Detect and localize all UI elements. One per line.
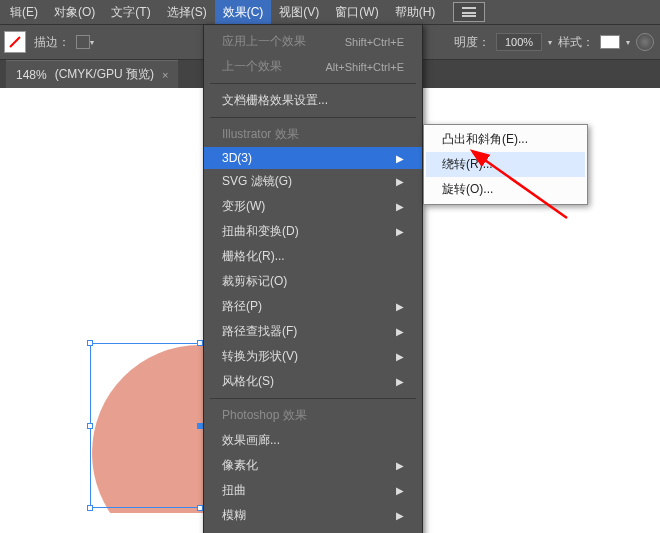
menu-edit[interactable]: 辑(E): [2, 0, 46, 25]
submenu-arrow-icon: ▶: [396, 226, 404, 237]
resize-handle[interactable]: [87, 505, 93, 511]
submenu-3d: 凸出和斜角(E)... 绕转(R)... 旋转(O)...: [423, 124, 588, 205]
submenu-rotate[interactable]: 旋转(O)...: [426, 177, 585, 202]
chevron-down-icon[interactable]: ▾: [548, 38, 552, 47]
stroke-label: 描边：: [34, 34, 70, 51]
submenu-arrow-icon: ▶: [396, 510, 404, 521]
chevron-down-icon[interactable]: ▾: [90, 38, 94, 47]
menu-last-effect: 上一个效果Alt+Shift+Ctrl+E: [204, 54, 422, 79]
menu-apply-last-effect: 应用上一个效果Shift+Ctrl+E: [204, 29, 422, 54]
zoom-level: 148%: [16, 68, 47, 82]
menu-doc-raster-settings[interactable]: 文档栅格效果设置...: [204, 88, 422, 113]
submenu-revolve[interactable]: 绕转(R)...: [426, 152, 585, 177]
effect-menu-dropdown: 应用上一个效果Shift+Ctrl+E 上一个效果Alt+Shift+Ctrl+…: [203, 24, 423, 533]
menu-effect-gallery[interactable]: 效果画廊...: [204, 428, 422, 453]
menu-pathfinder[interactable]: 路径查找器(F)▶: [204, 319, 422, 344]
opacity-input[interactable]: 100%: [496, 33, 542, 51]
menu-help[interactable]: 帮助(H): [387, 0, 444, 25]
menu-rasterize[interactable]: 栅格化(R)...: [204, 244, 422, 269]
submenu-arrow-icon: ▶: [396, 485, 404, 496]
menu-brush-strokes[interactable]: 画笔描边▶: [204, 528, 422, 533]
color-mode: (CMYK/GPU 预览): [55, 66, 154, 83]
menu-effect[interactable]: 效果(C): [215, 0, 272, 25]
menu-section-illustrator: Illustrator 效果: [204, 122, 422, 147]
style-swatch[interactable]: [600, 35, 620, 49]
menu-warp[interactable]: 变形(W)▶: [204, 194, 422, 219]
menu-type[interactable]: 文字(T): [103, 0, 158, 25]
menu-view[interactable]: 视图(V): [271, 0, 327, 25]
submenu-arrow-icon: ▶: [396, 301, 404, 312]
submenu-extrude-bevel[interactable]: 凸出和斜角(E)...: [426, 127, 585, 152]
more-options-icon[interactable]: [636, 33, 654, 51]
menu-path[interactable]: 路径(P)▶: [204, 294, 422, 319]
submenu-arrow-icon: ▶: [396, 153, 404, 164]
resize-handle[interactable]: [87, 340, 93, 346]
submenu-arrow-icon: ▶: [396, 376, 404, 387]
workspace-switcher-icon[interactable]: [453, 2, 485, 22]
chevron-down-icon[interactable]: ▾: [626, 38, 630, 47]
center-point-icon: [197, 423, 203, 429]
close-tab-icon[interactable]: ×: [162, 69, 168, 81]
menu-pixelate[interactable]: 像素化▶: [204, 453, 422, 478]
submenu-arrow-icon: ▶: [396, 326, 404, 337]
menu-stylize-ai[interactable]: 风格化(S)▶: [204, 369, 422, 394]
menu-blur[interactable]: 模糊▶: [204, 503, 422, 528]
fill-swatch-icon[interactable]: [4, 31, 26, 53]
resize-handle[interactable]: [197, 340, 203, 346]
submenu-arrow-icon: ▶: [396, 351, 404, 362]
menu-separator: [210, 117, 416, 118]
menu-separator: [210, 398, 416, 399]
menu-object[interactable]: 对象(O): [46, 0, 103, 25]
menu-convert-to-shape[interactable]: 转换为形状(V)▶: [204, 344, 422, 369]
menu-3d[interactable]: 3D(3)▶: [204, 147, 422, 169]
opacity-label: 明度：: [454, 34, 490, 51]
submenu-arrow-icon: ▶: [396, 176, 404, 187]
menu-section-photoshop: Photoshop 效果: [204, 403, 422, 428]
menu-crop-marks[interactable]: 裁剪标记(O): [204, 269, 422, 294]
resize-handle[interactable]: [87, 423, 93, 429]
submenu-arrow-icon: ▶: [396, 201, 404, 212]
submenu-arrow-icon: ▶: [396, 460, 404, 471]
menu-select[interactable]: 选择(S): [159, 0, 215, 25]
app-window: 辑(E) 对象(O) 文字(T) 选择(S) 效果(C) 视图(V) 窗口(W)…: [0, 0, 660, 533]
stroke-dropdown-icon[interactable]: [76, 35, 90, 49]
menu-separator: [210, 83, 416, 84]
menu-distort-ps[interactable]: 扭曲▶: [204, 478, 422, 503]
style-label: 样式：: [558, 34, 594, 51]
document-tab[interactable]: 148% (CMYK/GPU 预览) ×: [6, 60, 178, 88]
menu-svg-filters[interactable]: SVG 滤镜(G)▶: [204, 169, 422, 194]
menu-window[interactable]: 窗口(W): [327, 0, 386, 25]
menubar: 辑(E) 对象(O) 文字(T) 选择(S) 效果(C) 视图(V) 窗口(W)…: [0, 0, 660, 24]
menu-distort-transform[interactable]: 扭曲和变换(D)▶: [204, 219, 422, 244]
resize-handle[interactable]: [197, 505, 203, 511]
